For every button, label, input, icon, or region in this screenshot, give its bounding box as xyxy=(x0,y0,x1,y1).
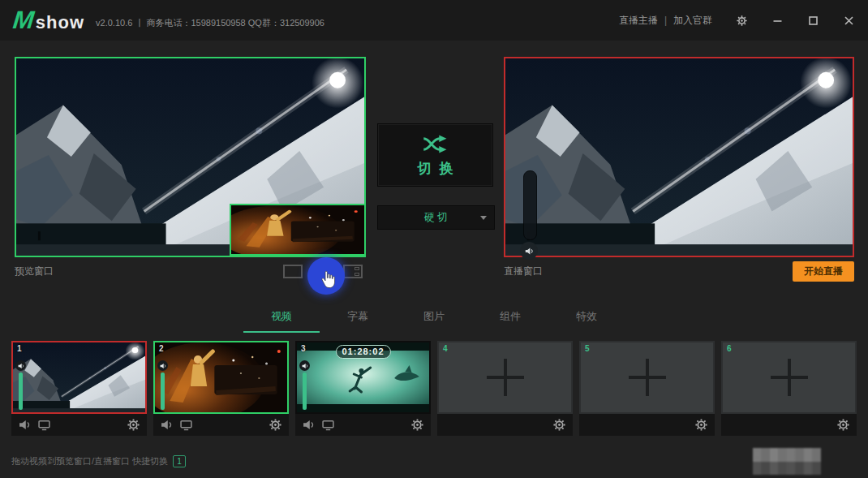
monitor-icon[interactable] xyxy=(322,419,334,431)
live-volume-slider[interactable] xyxy=(523,170,537,240)
volume-level[interactable] xyxy=(19,372,23,410)
video-slot-6: 6 xyxy=(721,341,857,436)
tab-video[interactable]: 视频 xyxy=(243,309,320,333)
gear-icon[interactable] xyxy=(553,419,565,431)
thumb-scene-dj xyxy=(155,342,287,412)
gear-icon[interactable] xyxy=(695,419,707,431)
media-tabs: 视频 字幕 图片 组件 特效 xyxy=(243,309,625,333)
slot-number: 1 xyxy=(17,344,22,353)
live-bar: 直播窗口 开始直播 xyxy=(504,258,854,284)
tab-subtitle[interactable]: 字幕 xyxy=(320,309,396,333)
video-slot-4: 4 xyxy=(437,341,573,436)
hotkey-badge: 1 xyxy=(173,455,186,467)
slot-controls xyxy=(579,414,715,436)
video-slot-3: 3 01:28:02 xyxy=(295,341,431,436)
app-window: M show v2.0.10.6 丨 商务电话：15989150958 QQ群：… xyxy=(0,0,868,478)
switch-button-label: 切换 xyxy=(410,159,462,178)
transition-mode-value: 硬切 xyxy=(422,210,450,225)
tab-component[interactable]: 组件 xyxy=(472,309,548,333)
slot-number: 6 xyxy=(727,344,732,353)
link-join-group[interactable]: 加入官群 xyxy=(673,14,712,28)
shuffle-icon xyxy=(421,133,450,155)
volume-knob-speaker-icon[interactable] xyxy=(157,360,168,371)
transition-mode-select[interactable]: 硬切 xyxy=(377,205,495,230)
tab-image[interactable]: 图片 xyxy=(396,309,472,333)
gear-icon[interactable] xyxy=(837,419,849,431)
slot-number: 5 xyxy=(585,344,590,353)
logo-m-mark: M xyxy=(11,7,35,32)
pip-overlay-window[interactable] xyxy=(230,204,366,256)
slot-number: 4 xyxy=(443,344,448,353)
volume-level[interactable] xyxy=(303,372,307,410)
layout-multi-icon[interactable] xyxy=(343,265,363,278)
maximize-icon[interactable] xyxy=(806,14,819,27)
settings-gear-icon[interactable] xyxy=(735,14,748,27)
slot-controls xyxy=(721,414,857,436)
blurred-watermark xyxy=(753,448,821,475)
video-slot-1: 1 xyxy=(11,341,147,436)
start-live-button[interactable]: 开始直播 xyxy=(793,261,854,282)
click-highlight-circle xyxy=(307,257,345,295)
video-slot-5: 5 xyxy=(579,341,715,436)
video-timestamp: 01:28:02 xyxy=(335,345,390,359)
mute-speaker-icon[interactable] xyxy=(19,419,31,431)
slot-controls xyxy=(153,414,289,436)
mute-speaker-icon[interactable] xyxy=(161,419,173,431)
live-window[interactable] xyxy=(504,57,854,257)
video-thumb-1[interactable]: 1 xyxy=(11,341,147,414)
add-video-icon xyxy=(487,359,524,396)
slot-controls xyxy=(437,414,573,436)
monitor-icon[interactable] xyxy=(180,419,192,431)
slot-controls xyxy=(11,414,147,436)
live-speaker-icon[interactable] xyxy=(520,242,538,260)
slot-number: 2 xyxy=(159,344,164,353)
video-slot-list: 1 2 xyxy=(11,341,857,436)
app-logo: M show xyxy=(13,7,84,33)
preview-window-label: 预览窗口 xyxy=(15,265,54,278)
mute-speaker-icon[interactable] xyxy=(303,419,315,431)
layout-single-icon[interactable] xyxy=(283,265,303,278)
live-video-scene xyxy=(505,58,853,256)
volume-level[interactable] xyxy=(161,372,165,410)
video-thumb-2[interactable]: 2 xyxy=(153,341,289,414)
version-contact-info: v2.0.10.6 丨 商务电话：15989150958 QQ群：3125099… xyxy=(96,17,324,29)
volume-slider[interactable] xyxy=(299,360,311,410)
drag-hint: 拖动视频到预览窗口/直播窗口 快捷切换 1 xyxy=(11,455,186,467)
titlebar-right: 直播主播 | 加入官群 xyxy=(619,14,855,28)
video-slot-2: 2 xyxy=(153,341,289,436)
drag-hint-text: 拖动视频到预览窗口/直播窗口 快捷切换 xyxy=(11,455,168,467)
add-video-icon xyxy=(629,359,666,396)
volume-knob-speaker-icon[interactable] xyxy=(299,360,310,371)
add-video-slot-6[interactable]: 6 xyxy=(721,341,857,414)
thumb-scene-mountain xyxy=(13,342,145,412)
chevron-down-icon xyxy=(480,216,487,220)
slot-number: 3 xyxy=(301,344,306,353)
add-video-icon xyxy=(771,359,808,396)
link-divider: | xyxy=(664,15,667,26)
volume-slider[interactable] xyxy=(157,360,169,410)
volume-knob-speaker-icon[interactable] xyxy=(15,360,26,371)
titlebar: M show v2.0.10.6 丨 商务电话：15989150958 QQ群：… xyxy=(0,0,868,41)
tab-effects[interactable]: 特效 xyxy=(548,309,625,333)
video-thumb-3[interactable]: 3 01:28:02 xyxy=(295,341,431,414)
add-video-slot-5[interactable]: 5 xyxy=(579,341,715,414)
pip-video-scene xyxy=(231,205,364,254)
gear-icon[interactable] xyxy=(269,419,281,431)
gear-icon[interactable] xyxy=(127,419,140,431)
logo-text: show xyxy=(36,12,84,33)
slot-controls xyxy=(295,414,431,436)
volume-slider[interactable] xyxy=(15,360,27,410)
gear-icon[interactable] xyxy=(411,419,423,431)
close-icon[interactable] xyxy=(842,14,855,27)
switch-button[interactable]: 切换 xyxy=(377,123,493,187)
add-video-slot-4[interactable]: 4 xyxy=(437,341,573,414)
preview-window[interactable] xyxy=(15,57,366,257)
minimize-icon[interactable] xyxy=(771,14,784,27)
monitor-icon[interactable] xyxy=(38,419,50,431)
live-window-label: 直播窗口 xyxy=(504,265,543,278)
link-live-anchor[interactable]: 直播主播 xyxy=(619,14,658,28)
